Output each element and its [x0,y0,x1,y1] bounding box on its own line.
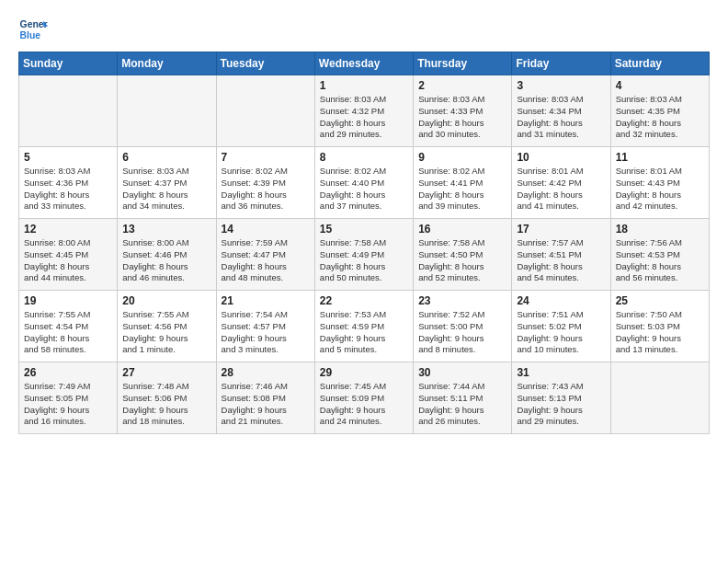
calendar-cell [19,75,118,147]
calendar-cell: 12Sunrise: 8:00 AM Sunset: 4:45 PM Dayli… [19,219,118,291]
calendar-cell: 29Sunrise: 7:45 AM Sunset: 5:09 PM Dayli… [314,362,413,434]
calendar-cell: 26Sunrise: 7:49 AM Sunset: 5:05 PM Dayli… [19,362,118,434]
day-number: 28 [222,366,310,379]
weekday-header-saturday: Saturday [610,52,709,75]
day-number: 22 [320,294,408,307]
day-info: Sunrise: 7:55 AM Sunset: 4:54 PM Dayligh… [24,309,112,356]
day-info: Sunrise: 7:44 AM Sunset: 5:11 PM Dayligh… [418,381,506,428]
calendar-cell: 17Sunrise: 7:57 AM Sunset: 4:51 PM Dayli… [512,219,610,291]
calendar-cell: 24Sunrise: 7:51 AM Sunset: 5:02 PM Dayli… [512,291,610,362]
day-info: Sunrise: 7:45 AM Sunset: 5:09 PM Dayligh… [320,381,408,428]
day-number: 11 [616,151,704,164]
calendar-cell [118,75,216,147]
day-number: 8 [320,151,408,164]
day-number: 5 [24,151,112,164]
weekday-header-friday: Friday [512,52,610,75]
day-info: Sunrise: 7:56 AM Sunset: 4:53 PM Dayligh… [616,237,704,284]
day-info: Sunrise: 7:50 AM Sunset: 5:03 PM Dayligh… [616,309,704,356]
day-number: 20 [122,294,210,307]
day-number: 29 [320,366,408,379]
day-info: Sunrise: 8:03 AM Sunset: 4:32 PM Dayligh… [320,94,408,141]
day-number: 25 [616,294,704,307]
day-info: Sunrise: 8:03 AM Sunset: 4:34 PM Dayligh… [517,94,605,141]
day-info: Sunrise: 7:59 AM Sunset: 4:47 PM Dayligh… [222,237,310,284]
day-info: Sunrise: 7:55 AM Sunset: 4:56 PM Dayligh… [122,309,210,356]
calendar-cell [610,362,709,434]
svg-text:Blue: Blue [20,30,41,40]
day-number: 14 [222,223,310,236]
day-info: Sunrise: 7:48 AM Sunset: 5:06 PM Dayligh… [122,381,210,428]
calendar-cell: 16Sunrise: 7:58 AM Sunset: 4:50 PM Dayli… [414,219,512,291]
day-number: 9 [418,151,506,164]
day-info: Sunrise: 8:03 AM Sunset: 4:36 PM Dayligh… [24,166,112,213]
calendar-cell: 21Sunrise: 7:54 AM Sunset: 4:57 PM Dayli… [216,291,314,362]
calendar-cell: 5Sunrise: 8:03 AM Sunset: 4:36 PM Daylig… [19,147,118,219]
calendar-cell: 9Sunrise: 8:02 AM Sunset: 4:41 PM Daylig… [414,147,512,219]
day-info: Sunrise: 8:02 AM Sunset: 4:40 PM Dayligh… [320,166,408,213]
calendar-cell: 15Sunrise: 7:58 AM Sunset: 4:49 PM Dayli… [314,219,413,291]
day-number: 7 [222,151,310,164]
calendar-cell: 22Sunrise: 7:53 AM Sunset: 4:59 PM Dayli… [314,291,413,362]
day-number: 4 [616,79,704,92]
day-number: 2 [418,79,506,92]
day-number: 16 [418,223,506,236]
calendar-cell: 13Sunrise: 8:00 AM Sunset: 4:46 PM Dayli… [118,219,216,291]
day-info: Sunrise: 8:02 AM Sunset: 4:41 PM Dayligh… [418,166,506,213]
day-info: Sunrise: 7:51 AM Sunset: 5:02 PM Dayligh… [517,309,605,356]
calendar-cell: 1Sunrise: 8:03 AM Sunset: 4:32 PM Daylig… [314,75,413,147]
calendar-cell: 7Sunrise: 8:02 AM Sunset: 4:39 PM Daylig… [216,147,314,219]
day-number: 10 [517,151,605,164]
calendar-cell: 2Sunrise: 8:03 AM Sunset: 4:33 PM Daylig… [414,75,512,147]
weekday-header-sunday: Sunday [19,52,118,75]
calendar-cell: 3Sunrise: 8:03 AM Sunset: 4:34 PM Daylig… [512,75,610,147]
weekday-header-tuesday: Tuesday [216,52,314,75]
day-info: Sunrise: 7:54 AM Sunset: 4:57 PM Dayligh… [222,309,310,356]
day-number: 27 [122,366,210,379]
day-number: 21 [222,294,310,307]
day-info: Sunrise: 8:01 AM Sunset: 4:42 PM Dayligh… [517,166,605,213]
day-info: Sunrise: 8:03 AM Sunset: 4:33 PM Dayligh… [418,94,506,141]
weekday-header-monday: Monday [118,52,216,75]
day-info: Sunrise: 8:03 AM Sunset: 4:37 PM Dayligh… [122,166,210,213]
day-info: Sunrise: 7:52 AM Sunset: 5:00 PM Dayligh… [418,309,506,356]
calendar-cell: 27Sunrise: 7:48 AM Sunset: 5:06 PM Dayli… [118,362,216,434]
day-number: 23 [418,294,506,307]
day-number: 26 [24,366,112,379]
calendar-cell: 25Sunrise: 7:50 AM Sunset: 5:03 PM Dayli… [610,291,709,362]
calendar-cell: 18Sunrise: 7:56 AM Sunset: 4:53 PM Dayli… [610,219,709,291]
day-info: Sunrise: 7:53 AM Sunset: 4:59 PM Dayligh… [320,309,408,356]
weekday-header-wednesday: Wednesday [314,52,413,75]
day-number: 1 [320,79,408,92]
day-info: Sunrise: 7:58 AM Sunset: 4:50 PM Dayligh… [418,237,506,284]
day-number: 17 [517,223,605,236]
calendar-cell: 10Sunrise: 8:01 AM Sunset: 4:42 PM Dayli… [512,147,610,219]
calendar-cell: 4Sunrise: 8:03 AM Sunset: 4:35 PM Daylig… [610,75,709,147]
day-number: 31 [517,366,605,379]
day-info: Sunrise: 8:01 AM Sunset: 4:43 PM Dayligh… [616,166,704,213]
weekday-header-thursday: Thursday [414,52,512,75]
day-number: 18 [616,223,704,236]
calendar-cell: 6Sunrise: 8:03 AM Sunset: 4:37 PM Daylig… [118,147,216,219]
day-number: 30 [418,366,506,379]
day-number: 12 [24,223,112,236]
calendar-cell: 11Sunrise: 8:01 AM Sunset: 4:43 PM Dayli… [610,147,709,219]
day-info: Sunrise: 8:03 AM Sunset: 4:35 PM Dayligh… [616,94,704,141]
calendar-cell: 20Sunrise: 7:55 AM Sunset: 4:56 PM Dayli… [118,291,216,362]
day-info: Sunrise: 7:49 AM Sunset: 5:05 PM Dayligh… [24,381,112,428]
calendar-cell: 23Sunrise: 7:52 AM Sunset: 5:00 PM Dayli… [414,291,512,362]
calendar-cell: 30Sunrise: 7:44 AM Sunset: 5:11 PM Dayli… [414,362,512,434]
day-number: 19 [24,294,112,307]
calendar-table: SundayMondayTuesdayWednesdayThursdayFrid… [18,52,710,434]
day-number: 13 [122,223,210,236]
calendar-cell: 8Sunrise: 8:02 AM Sunset: 4:40 PM Daylig… [314,147,413,219]
logo: General Blue [18,15,48,44]
calendar-cell [216,75,314,147]
day-number: 15 [320,223,408,236]
day-info: Sunrise: 8:00 AM Sunset: 4:46 PM Dayligh… [122,237,210,284]
day-info: Sunrise: 8:00 AM Sunset: 4:45 PM Dayligh… [24,237,112,284]
calendar-cell: 31Sunrise: 7:43 AM Sunset: 5:13 PM Dayli… [512,362,610,434]
day-number: 6 [122,151,210,164]
calendar-cell: 14Sunrise: 7:59 AM Sunset: 4:47 PM Dayli… [216,219,314,291]
day-info: Sunrise: 7:57 AM Sunset: 4:51 PM Dayligh… [517,237,605,284]
day-info: Sunrise: 7:58 AM Sunset: 4:49 PM Dayligh… [320,237,408,284]
